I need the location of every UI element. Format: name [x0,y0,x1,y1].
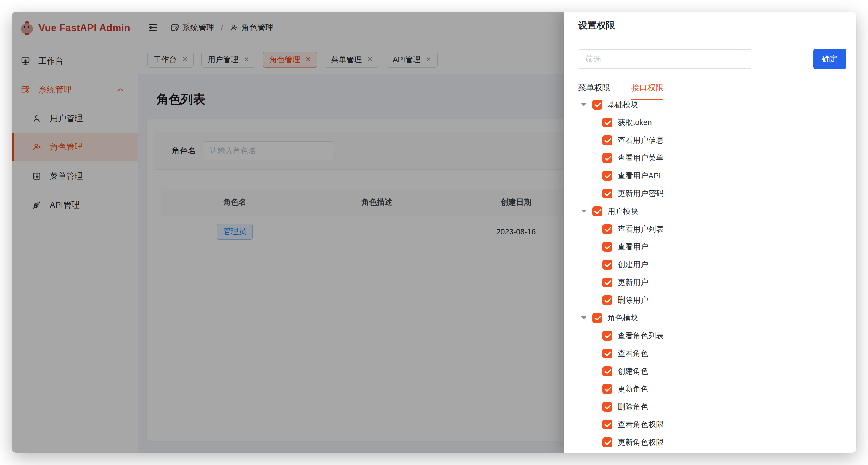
tree-node-label[interactable]: 用户模块 [608,206,638,216]
drawer-title: 设置权限 [578,19,615,32]
checkbox-checked[interactable] [592,313,602,323]
tree-node-child: 删除用户 [564,291,857,309]
tree-node-child: 创建角色 [564,362,857,380]
filter-input[interactable] [578,50,752,69]
tree-node-label[interactable]: 基础模块 [608,99,638,110]
checkbox-checked[interactable] [602,118,612,127]
checkbox-checked[interactable] [592,100,602,110]
tree-node-child: 查看角色权限 [564,415,857,433]
checkbox-checked[interactable] [602,331,612,341]
tree-node-label[interactable]: 创建用户 [618,259,648,270]
checkbox-checked[interactable] [602,135,612,145]
screenshot-stage: Vue FastAPI Admin 工作台 系统管理 [0,0,868,465]
tree-node-child: 获取token [564,113,857,131]
tree-node-label[interactable]: 创建角色 [618,366,648,376]
tree-node-label[interactable]: 查看用户列表 [618,224,664,234]
tree-node-label[interactable]: 查看角色列表 [618,330,664,341]
checkbox-checked[interactable] [602,420,612,430]
tree-node-child: 更新用户 [564,273,857,291]
tree-node-label[interactable]: 角色模块 [608,313,638,323]
tree-node-child: 查看角色 [564,345,857,362]
tree-node-child: 查看角色列表 [564,327,857,345]
checkbox-checked[interactable] [602,295,612,305]
checkbox-checked[interactable] [602,402,612,412]
checkbox-checked[interactable] [602,278,612,287]
checkbox-checked[interactable] [602,242,612,252]
tree-node-label[interactable]: 查看用户菜单 [618,153,664,163]
checkbox-checked[interactable] [602,189,612,198]
checkbox-checked[interactable] [602,437,612,447]
tree-node-label[interactable]: 更新角色 [618,384,648,394]
checkbox-checked[interactable] [602,349,612,358]
tree-node-parent: 基础模块 [564,96,857,113]
tree-node-child: 查看用户信息 [564,131,857,149]
tree-node-child: 更新用户密码 [564,184,857,202]
tree-node-label[interactable]: 删除角色 [618,402,648,412]
checkbox-checked[interactable] [602,171,612,181]
tree-node-label[interactable]: 删除用户 [618,295,648,306]
tree-node-label[interactable]: 查看角色 [618,348,648,359]
checkbox-checked[interactable] [602,367,612,376]
tree-node-child: 查看用户 [564,238,857,256]
tree-node-child: 删除角色 [564,398,857,415]
tree-node-child: 查看用户菜单 [564,149,857,167]
app-window: Vue FastAPI Admin 工作台 系统管理 [12,12,857,453]
tree-node-parent: 用户模块 [564,202,857,220]
tree-node-label[interactable]: 更新角色权限 [618,437,664,447]
checkbox-checked[interactable] [602,260,612,269]
caret-down-icon[interactable] [581,210,586,213]
caret-down-icon[interactable] [581,103,586,106]
tree-node-child: 查看用户API [564,167,857,184]
tree-node-label[interactable]: 查看用户API [618,171,661,181]
drawer-header: 设置权限 [564,12,857,39]
tree-node-label[interactable]: 更新用户 [618,277,648,288]
tree-node-label[interactable]: 获取token [618,117,652,128]
set-permissions-drawer: 设置权限 确定 菜单权限 接口权限 基础模块 获取token [564,12,857,453]
tree-node-label[interactable]: 查看角色权限 [618,419,664,430]
caret-down-icon[interactable] [581,316,586,320]
tree-node-child: 创建用户 [564,256,857,273]
checkbox-checked[interactable] [592,206,602,216]
tree-node-child: 更新角色权限 [564,433,857,451]
permission-tree: 基础模块 获取token 查看用户信息 查看用户菜单 查看用户API [564,96,857,453]
tree-node-parent: 角色模块 [564,309,857,327]
tree-node-label[interactable]: 更新用户密码 [618,188,664,199]
tree-node-child: 更新角色 [564,380,857,398]
tree-node-label[interactable]: 查看用户信息 [618,135,664,145]
checkbox-checked[interactable] [602,224,612,234]
checkbox-checked[interactable] [602,153,612,163]
tree-node-child: 查看用户列表 [564,220,857,238]
confirm-button[interactable]: 确定 [813,49,846,69]
checkbox-checked[interactable] [602,384,612,394]
tree-node-label[interactable]: 查看用户 [618,242,648,252]
